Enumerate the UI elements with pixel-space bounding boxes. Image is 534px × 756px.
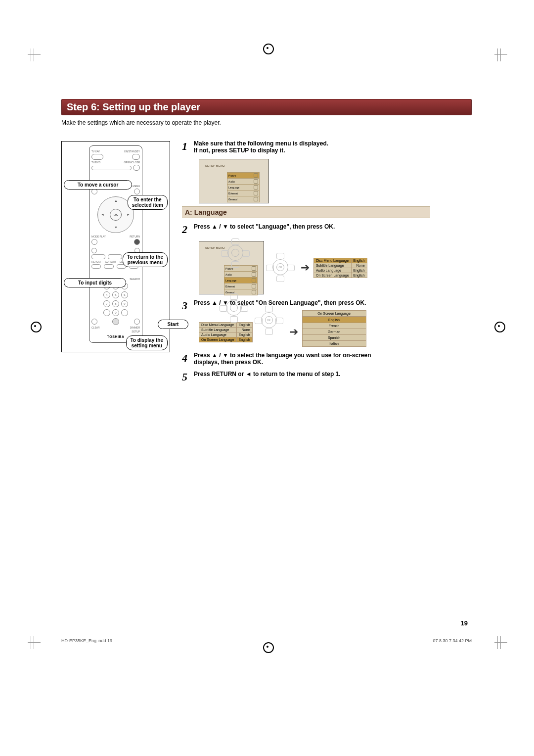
- registration-mark: [263, 642, 274, 653]
- section-header: Step 6: Setting up the player: [61, 99, 472, 115]
- setup-menu-screenshot-1: SETUP MENU Picture Audio Language Ethern…: [199, 159, 269, 203]
- callout-return-prev: To return to the previous menu: [123, 252, 168, 267]
- remote-pad-icon: [220, 293, 248, 323]
- remote-pad-icon: OK: [255, 306, 283, 335]
- registration-mark: [263, 44, 274, 54]
- step-2-text: Press ▲ / ▼ to select "Language", then p…: [194, 223, 472, 230]
- callout-start: Start: [158, 320, 188, 329]
- remote-diagram: TV I/AVON/STANDBY TV/DVDOPEN/CLOSE TOPME…: [61, 141, 170, 352]
- callout-enter-selected: To enter the selected item: [128, 195, 168, 210]
- language-option-list: On Screen Language English French German…: [302, 310, 366, 347]
- setup-menu-screenshot-2: SETUP MENU Picture Audio Language Ethern…: [199, 241, 264, 294]
- lead-text: Make the settings which are necessary to…: [61, 119, 472, 126]
- callout-move-cursor: To move a cursor: [64, 180, 132, 189]
- step-number-5: 5: [182, 371, 194, 383]
- callout-input-digits: To input digits: [64, 278, 126, 287]
- step-5-text: Press RETURN or ◄ to return to the menu …: [194, 371, 472, 378]
- step-number-4: 4: [182, 352, 194, 365]
- remote-pad-icon: OK: [266, 253, 295, 283]
- language-panel-2: Disc Menu LanguageEnglish Subtitle Langu…: [199, 322, 253, 342]
- step-1-text: Make sure that the following menu is dis…: [194, 140, 472, 154]
- registration-mark: [31, 322, 42, 332]
- crop-mark: [494, 636, 507, 649]
- arrow-right-icon: ➔: [289, 326, 298, 338]
- arrow-right-icon: ➔: [301, 261, 310, 274]
- footer: HD-EP35KE_Eng.indd 19 07.8.30 7:34:42 PM: [61, 638, 472, 643]
- language-panel: Disc Menu LanguageEnglish Subtitle Langu…: [313, 258, 367, 278]
- registration-mark: [494, 322, 505, 332]
- section-a-heading: A: Language: [182, 206, 430, 218]
- crop-mark: [28, 48, 41, 61]
- crop-mark: [28, 636, 41, 649]
- step-number-2: 2: [182, 223, 194, 236]
- step-number-3: 3: [182, 299, 194, 312]
- step-number-1: 1: [182, 140, 194, 153]
- page-number: 19: [461, 619, 468, 627]
- crop-mark: [494, 48, 507, 61]
- step-4-text: Press ▲ / ▼ to select the language you w…: [194, 352, 472, 366]
- callout-display-menu: To display the setting menu: [126, 335, 168, 350]
